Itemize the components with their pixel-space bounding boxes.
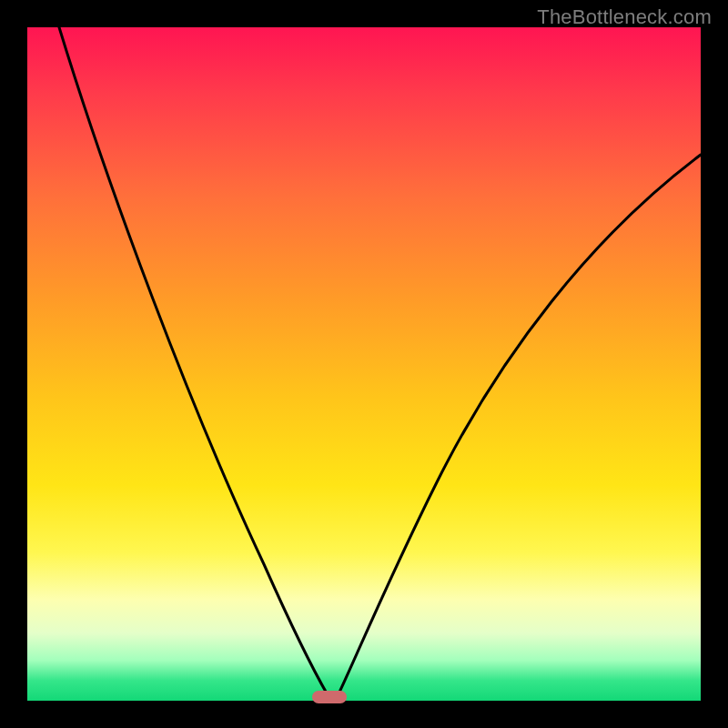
curve-layer	[27, 27, 701, 701]
curve-right	[337, 155, 701, 698]
plot-area	[27, 27, 701, 701]
bottleneck-marker	[312, 691, 347, 703]
watermark-label: TheBottleneck.com	[537, 5, 712, 29]
curve-left	[59, 27, 329, 698]
chart-container: TheBottleneck.com	[0, 0, 728, 728]
